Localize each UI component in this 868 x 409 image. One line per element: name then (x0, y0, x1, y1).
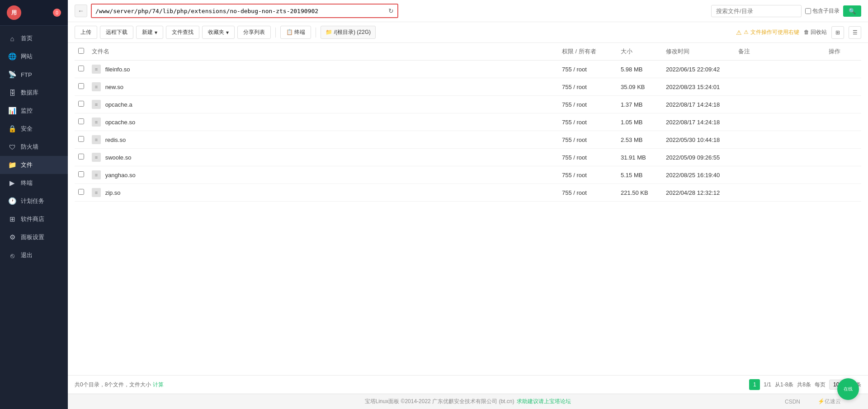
include-subdir-label[interactable]: 包含子目录 (805, 7, 840, 15)
sidebar-item-crontab[interactable]: 🕐计划任务 (0, 192, 68, 210)
file-note-cell (735, 78, 825, 96)
grid-view-button[interactable]: ⊞ (831, 26, 844, 39)
file-perm-cell: 755 / root (558, 113, 617, 131)
file-name-cell: ≡ opcache.so (88, 113, 558, 131)
favorites-button[interactable]: 收藏夹 ▾ (202, 26, 235, 39)
table-row[interactable]: ≡ redis.so 755 / root 2.53 MB 2022/05/30… (75, 131, 861, 149)
share-button[interactable]: 分享列表 (237, 26, 271, 39)
refresh-button[interactable]: ↻ (385, 5, 397, 17)
sidebar-item-website[interactable]: 🌐网站 (0, 47, 68, 66)
row-checkbox[interactable] (75, 96, 88, 113)
file-name-text[interactable]: new.so (105, 84, 123, 90)
select-all-checkbox[interactable] (78, 48, 84, 54)
file-name-cell: ≡ opcache.a (88, 96, 558, 113)
sidebar-item-label: 软件商店 (21, 215, 44, 223)
table-row[interactable]: ≡ opcache.a 755 / root 1.37 MB 2022/08/1… (75, 96, 861, 113)
file-size-cell: 2.53 MB (617, 131, 662, 149)
sidebar-item-label: 首页 (21, 34, 33, 42)
current-page-btn[interactable]: 1 (749, 379, 760, 390)
sidebar-item-appstore[interactable]: ⊞软件商店 (0, 210, 68, 228)
file-icon: ≡ (92, 118, 101, 127)
time-header: 修改时间 (662, 43, 735, 61)
table-row[interactable]: ≡ opcache.so 755 / root 1.05 MB 2022/08/… (75, 113, 861, 131)
file-action-cell (825, 184, 861, 202)
row-checkbox[interactable] (75, 184, 88, 202)
separator (275, 28, 276, 38)
row-checkbox[interactable] (75, 149, 88, 166)
row-checkbox[interactable] (75, 113, 88, 131)
sidebar-item-terminal[interactable]: ▶终端 (0, 174, 68, 192)
sidebar-item-logout[interactable]: ⎋退出 (0, 246, 68, 264)
back-button[interactable]: ← (75, 5, 87, 17)
sidebar-item-home[interactable]: ⌂首页 (0, 29, 68, 47)
sidebar-header: 用 0 (0, 0, 68, 26)
csdn-link[interactable]: CSDN (785, 399, 800, 405)
sidebar-item-settings[interactable]: ⚙面板设置 (0, 228, 68, 246)
row-checkbox[interactable] (75, 78, 88, 96)
file-perm-cell: 755 / root (558, 166, 617, 184)
file-size-cell: 221.50 KB (617, 184, 662, 202)
toolbar: 上传 远程下载 新建 ▾ 文件查找 收藏夹 ▾ 分享列表 📋 终端 📁 /(根目… (68, 22, 868, 43)
per-page-label: 每页 (815, 381, 826, 389)
file-table: 文件名 权限 / 所有者 大小 修改时间 备注 操作 ≡ fileinfo.so… (75, 43, 861, 202)
row-checkbox[interactable] (75, 166, 88, 184)
path-input[interactable] (92, 5, 385, 17)
file-name-text[interactable]: swoole.so (105, 154, 132, 161)
remote-download-button[interactable]: 远程下载 (100, 26, 133, 39)
file-name-text[interactable]: yanghao.so (105, 172, 136, 179)
file-icon: ≡ (92, 82, 101, 91)
file-name-text[interactable]: opcache.a (105, 101, 132, 108)
online-badge[interactable]: 在线 (837, 378, 859, 400)
online-label: 在线 (844, 386, 853, 392)
file-size-cell: 1.37 MB (617, 96, 662, 113)
row-checkbox[interactable] (75, 131, 88, 149)
search-input[interactable] (711, 5, 802, 17)
select-all-header[interactable] (75, 43, 88, 61)
file-perm-cell: 755 / root (558, 149, 617, 166)
file-name-text[interactable]: fileinfo.so (105, 66, 130, 73)
upload-button[interactable]: 上传 (75, 26, 97, 39)
find-button[interactable]: 文件查找 (166, 26, 199, 39)
include-subdir-checkbox[interactable] (805, 8, 811, 14)
search-area: 包含子目录 🔍 (711, 5, 861, 17)
sidebar-item-files[interactable]: 📁文件 (0, 156, 68, 174)
sidebar-item-label: 防火墙 (21, 143, 38, 151)
sidebar-item-ftp[interactable]: 📡FTP (0, 66, 68, 84)
table-row[interactable]: ≡ zip.so 755 / root 221.50 KB 2022/04/28… (75, 184, 861, 202)
size-header: 大小 (617, 43, 662, 61)
table-row[interactable]: ≡ new.so 755 / root 35.09 KB 2022/08/23 … (75, 78, 861, 96)
sidebar-item-monitor[interactable]: 📊监控 (0, 102, 68, 120)
search-button[interactable]: 🔍 (843, 5, 861, 17)
calc-link[interactable]: 计算 (153, 381, 164, 389)
sidebar-item-label: 文件 (21, 161, 33, 169)
sidebar-item-database[interactable]: 🗄数据库 (0, 84, 68, 102)
sidebar-item-firewall[interactable]: 🛡防火墙 (0, 138, 68, 156)
list-view-button[interactable]: ☰ (849, 26, 861, 39)
table-row[interactable]: ≡ swoole.so 755 / root 31.91 MB 2022/05/… (75, 149, 861, 166)
file-size-cell: 31.91 MB (617, 149, 662, 166)
separator (316, 28, 316, 38)
file-name-text[interactable]: opcache.so (105, 119, 136, 126)
security-icon: 🔒 (8, 125, 16, 133)
file-name-text[interactable]: redis.so (105, 136, 126, 143)
file-action-cell (825, 113, 861, 131)
sidebar-item-security[interactable]: 🔒安全 (0, 120, 68, 138)
file-action-cell (825, 131, 861, 149)
sidebar-item-label: 监控 (21, 107, 33, 115)
file-perm-cell: 755 / root (558, 131, 617, 149)
sidebar-item-label: 终端 (21, 179, 33, 187)
table-row[interactable]: ≡ fileinfo.so 755 / root 5.98 MB 2022/06… (75, 61, 861, 78)
forum-link[interactable]: 求助建议请上宝塔论坛 (517, 398, 571, 405)
table-row[interactable]: ≡ yanghao.so 755 / root 5.15 MB 2022/08/… (75, 166, 861, 184)
terminal-button[interactable]: 📋 终端 (280, 26, 311, 39)
recycle-bin-button[interactable]: 🗑 回收站 (804, 28, 827, 36)
row-checkbox[interactable] (75, 61, 88, 78)
file-action-cell (825, 61, 861, 78)
chevron-down-icon: ▾ (155, 29, 157, 36)
file-size-cell: 35.09 KB (617, 78, 662, 96)
file-icon: ≡ (92, 153, 101, 162)
new-button[interactable]: 新建 ▾ (136, 26, 163, 39)
yiyun-link[interactable]: ⚡亿速云 (818, 398, 841, 405)
file-action-cell (825, 149, 861, 166)
file-name-text[interactable]: zip.so (105, 189, 121, 196)
